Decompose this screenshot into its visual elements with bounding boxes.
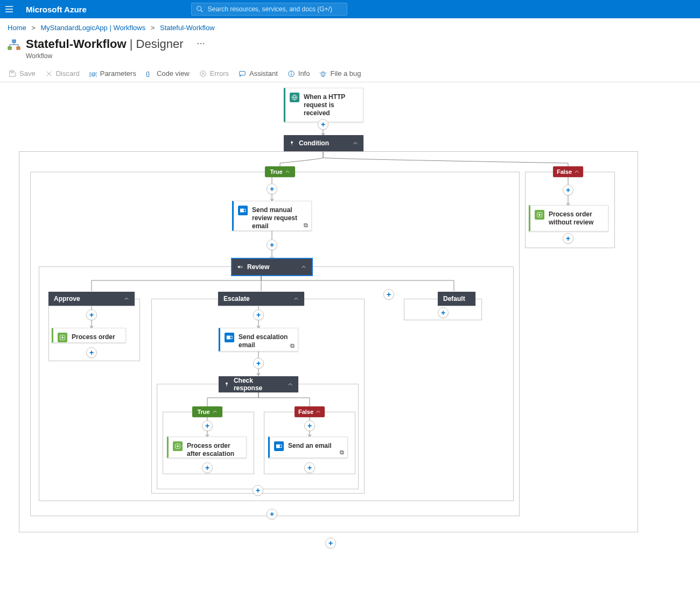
process-icon	[58, 333, 67, 342]
case-escalate-label: Escalate	[223, 295, 250, 302]
process-without-review-label: Process order without review	[549, 210, 604, 227]
svg-text:[@]: [@]	[89, 71, 97, 76]
codeview-icon: {}	[146, 70, 153, 78]
svg-point-47	[177, 445, 178, 447]
send-manual-review-label: Send manual review request email	[252, 206, 307, 230]
add-after-escalation[interactable]: +	[253, 358, 264, 369]
pill-true[interactable]: True	[265, 166, 295, 177]
send-escalation[interactable]: Send escalation email ⧉	[219, 328, 298, 351]
add-after-manual-review[interactable]: +	[267, 240, 277, 250]
svg-line-23	[320, 72, 321, 73]
add-after-process-without-review[interactable]: +	[563, 233, 573, 244]
svg-rect-17	[240, 71, 246, 75]
pill-false[interactable]: False	[553, 166, 583, 177]
crumb-home[interactable]: Home	[8, 24, 26, 32]
check-response[interactable]: Check response	[219, 376, 298, 392]
add-bottom-review[interactable]: +	[267, 509, 277, 519]
pill-inner-true[interactable]: True	[192, 406, 222, 417]
process-icon	[535, 210, 544, 220]
chevron-up-icon	[301, 264, 306, 270]
outlook-icon	[225, 333, 234, 342]
crumb-app[interactable]: MyStandardLogicApp | Workflows	[41, 24, 146, 32]
add-inner-true[interactable]: +	[202, 420, 213, 431]
condition-icon	[289, 140, 295, 146]
check-response-label: Check response	[234, 377, 283, 392]
review-switch[interactable]: Review	[232, 259, 312, 275]
send-manual-review[interactable]: Send manual review request email ⧉	[232, 201, 312, 231]
pill-inner-false[interactable]: False	[295, 406, 325, 417]
case-approve-label: Approve	[54, 295, 80, 302]
add-bottom-condition[interactable]: +	[325, 538, 336, 548]
page-subtitle: Workflow	[26, 52, 184, 60]
svg-rect-7	[8, 47, 11, 50]
add-after-process-order[interactable]: +	[86, 347, 97, 358]
send-an-email[interactable]: Send an email ⧉	[268, 437, 348, 458]
add-after-proc-escalation[interactable]: +	[202, 462, 213, 473]
chevron-up-icon	[353, 140, 358, 146]
more-icon[interactable]: ⋯	[193, 37, 208, 50]
process-order-label: Process order	[72, 333, 115, 341]
svg-point-20	[291, 72, 292, 73]
search-box[interactable]	[191, 3, 347, 16]
fileabug-button[interactable]: File a bug	[319, 69, 361, 78]
svg-point-40	[238, 266, 240, 268]
send-escalation-label: Send escalation email	[239, 333, 293, 349]
topbar: Microsoft Azure	[0, 0, 700, 18]
errors-button[interactable]: Errors	[199, 69, 229, 78]
menu-icon[interactable]	[3, 3, 15, 15]
svg-line-24	[326, 72, 327, 73]
trigger-label: When a HTTP request is received	[304, 93, 359, 117]
chevron-up-icon	[316, 409, 321, 414]
parameters-button[interactable]: [@] Parameters	[89, 69, 136, 78]
case-default-label: Default	[443, 295, 465, 302]
page-header: Stateful-Workflow | Designer Workflow ⋯	[0, 34, 700, 65]
codeview-button[interactable]: {} Code view	[146, 69, 190, 78]
link-icon: ⧉	[340, 449, 344, 456]
case-escalate[interactable]: Escalate	[218, 292, 304, 306]
search-input[interactable]	[207, 5, 342, 13]
crumb-workflow[interactable]: Stateful-Workflow	[160, 24, 215, 32]
info-button[interactable]: Info	[288, 69, 310, 78]
add-under-false[interactable]: +	[563, 185, 573, 195]
chevron-up-icon	[285, 169, 290, 174]
assistant-button[interactable]: Assistant	[239, 69, 278, 78]
review-label: Review	[247, 263, 269, 271]
process-after-escalation[interactable]: Process order after escalation	[167, 437, 247, 458]
add-in-default[interactable]: +	[438, 307, 449, 318]
add-under-true[interactable]: +	[267, 184, 277, 194]
process-without-review[interactable]: Process order without review	[529, 205, 608, 231]
designer-canvas[interactable]: When a HTTP request is received + Condit…	[5, 82, 652, 605]
svg-rect-2	[12, 40, 16, 43]
case-approve[interactable]: Approve	[48, 292, 135, 306]
add-inner-false[interactable]: +	[304, 420, 315, 431]
save-button[interactable]: Save	[9, 69, 36, 78]
discard-icon	[45, 70, 53, 78]
search-icon	[196, 5, 204, 13]
condition-icon	[224, 382, 229, 387]
trigger-http[interactable]: When a HTTP request is received	[284, 88, 363, 122]
process-order[interactable]: Process order	[52, 328, 126, 343]
svg-text:{}: {}	[146, 70, 150, 76]
process-after-escalation-label: Process order after escalation	[187, 441, 242, 458]
add-in-escalate[interactable]: +	[253, 309, 264, 320]
workflow-icon	[8, 39, 20, 52]
discard-button[interactable]: Discard	[45, 69, 80, 78]
add-case[interactable]: +	[383, 289, 394, 300]
svg-point-42	[61, 336, 63, 338]
add-after-trigger[interactable]: +	[318, 119, 328, 130]
parameters-icon: [@]	[89, 70, 97, 78]
bug-icon	[319, 70, 327, 78]
add-in-approve[interactable]: +	[86, 309, 97, 320]
condition-label: Condition	[299, 139, 329, 147]
svg-point-0	[197, 6, 201, 11]
case-default[interactable]: Default	[438, 292, 475, 306]
outlook-icon	[274, 441, 284, 451]
page-title: Stateful-Workflow | Designer	[26, 37, 184, 51]
link-icon: ⧉	[304, 222, 308, 229]
add-bottom-escalate[interactable]: +	[253, 485, 263, 496]
svg-rect-8	[17, 47, 20, 50]
brand-label: Microsoft Azure	[26, 5, 87, 14]
add-after-send-email[interactable]: +	[304, 462, 315, 473]
errors-icon	[199, 70, 207, 78]
condition-bar[interactable]: Condition	[284, 135, 363, 151]
